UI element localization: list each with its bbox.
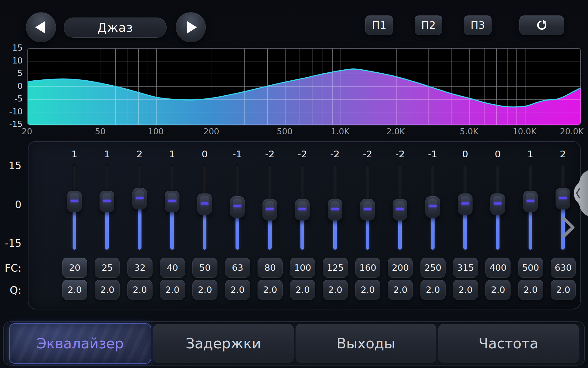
x-tick-label: 1.0K [320, 127, 360, 136]
x-tick-label: 5.0K [449, 127, 489, 136]
band-fc-button[interactable]: 200 [388, 258, 413, 278]
band-fc-button[interactable]: 20 [62, 258, 87, 278]
band-fc-button[interactable]: 50 [192, 258, 217, 278]
thumb-dash-icon [70, 200, 78, 202]
tab-outputs[interactable]: Выходы [296, 324, 436, 363]
band-slider-thumb[interactable] [295, 199, 310, 220]
band-q-button[interactable]: 2.0 [453, 280, 478, 300]
x-tick-label: 500 [265, 127, 305, 136]
band-q-button[interactable]: 2.0 [355, 280, 380, 300]
reset-button[interactable] [519, 15, 564, 35]
band-fc-button[interactable]: 100 [290, 258, 315, 278]
band-gain-label: 0 [481, 148, 514, 159]
band-q-button[interactable]: 2.0 [258, 280, 283, 300]
band-q-button[interactable]: 2.0 [290, 280, 315, 300]
thumb-grip [330, 201, 340, 217]
preset-slot-button-2[interactable]: П2 [415, 15, 442, 35]
x-tick-label: 50 [81, 127, 120, 136]
band-slider-thumb[interactable] [490, 194, 505, 215]
band-slider-thumb[interactable] [197, 194, 212, 215]
band-q-button[interactable]: 2.0 [485, 280, 511, 300]
preset-selector[interactable]: Джаз [64, 17, 167, 38]
thumb-dash-icon [494, 202, 502, 205]
preset-prev-button[interactable] [26, 12, 56, 42]
band-fc-button[interactable]: 250 [420, 258, 446, 278]
band-fc-button[interactable]: 500 [518, 258, 543, 278]
band-gain-label: -1 [417, 148, 449, 159]
band-q-button[interactable]: 2.0 [62, 280, 87, 300]
thumb-dash-icon [201, 202, 209, 205]
thumb-grip [102, 193, 111, 208]
preset-slot-button-1[interactable]: П1 [365, 15, 393, 35]
thumb-dash-icon [526, 200, 534, 202]
band-fc-button[interactable]: 32 [127, 258, 153, 278]
thumb-grip [70, 193, 79, 208]
next-bands-button[interactable] [561, 216, 576, 239]
band-q-button[interactable]: 2.0 [518, 280, 543, 300]
tab-equalizer[interactable]: Эквалайзер [9, 323, 151, 364]
eq-band-125: -2 125 2.0 [319, 142, 351, 309]
tab-frequency[interactable]: Частота [438, 324, 579, 363]
band-fc-button[interactable]: 63 [225, 258, 250, 278]
thumb-grip [265, 201, 274, 217]
band-q-button[interactable]: 2.0 [388, 280, 413, 300]
preset-name-label: Джаз [97, 21, 133, 35]
band-slider-thumb[interactable] [100, 191, 114, 212]
band-q-button[interactable]: 2.0 [420, 280, 446, 300]
band-fc-button[interactable]: 80 [258, 258, 283, 278]
x-tick-label: 20 [7, 127, 47, 136]
q-row-label: Q: [0, 284, 21, 296]
thumb-grip [493, 196, 502, 211]
band-slider-thumb[interactable] [165, 191, 179, 212]
band-fc-button[interactable]: 25 [95, 258, 120, 278]
band-q-button[interactable]: 2.0 [551, 280, 576, 300]
preset-slot-button-3[interactable]: П3 [464, 15, 492, 35]
y-tick-label: 15 [2, 43, 23, 52]
band-fc-button[interactable]: 160 [355, 258, 380, 278]
side-drawer-handle[interactable] [570, 170, 588, 216]
thumb-dash-icon [233, 205, 241, 207]
band-q-button[interactable]: 2.0 [160, 280, 185, 300]
band-q-button[interactable]: 2.0 [323, 280, 348, 300]
band-fc-button[interactable]: 630 [551, 258, 576, 278]
band-fc-button[interactable]: 315 [453, 258, 478, 278]
band-gain-label: 1 [514, 148, 547, 159]
eq-band-160: -2 160 2.0 [351, 142, 384, 309]
band-slider-thumb[interactable] [132, 188, 147, 209]
band-q-button[interactable]: 2.0 [127, 280, 153, 300]
band-slider-thumb[interactable] [230, 196, 245, 218]
band-slider-thumb[interactable] [262, 199, 277, 220]
band-slider-thumb[interactable] [328, 199, 342, 220]
thumb-dash-icon [461, 202, 469, 205]
band-gain-label: -2 [351, 148, 384, 159]
band-gain-label: -2 [384, 148, 416, 159]
band-slider-thumb[interactable] [425, 196, 440, 218]
eq-band-40: 1 40 2.0 [156, 142, 188, 309]
thumb-grip [135, 190, 144, 205]
band-slider-thumb[interactable] [360, 199, 375, 220]
eq-band-250: -1 250 2.0 [417, 142, 449, 309]
refresh-arrow-icon [536, 19, 548, 31]
y-tick-label: 10 [2, 56, 23, 65]
band-slider-thumb[interactable] [393, 199, 407, 220]
band-slider-thumb[interactable] [458, 194, 473, 215]
band-q-button[interactable]: 2.0 [95, 280, 120, 300]
preset-next-button[interactable] [176, 12, 206, 42]
band-fc-button[interactable]: 40 [160, 258, 185, 278]
band-gain-label: 0 [188, 148, 221, 159]
thumb-grip [363, 201, 372, 217]
band-slider-thumb[interactable] [67, 191, 82, 212]
thumb-grip [168, 193, 177, 208]
band-slider-thumb[interactable] [556, 188, 570, 209]
y-tick-label: 5 [2, 69, 23, 78]
band-q-button[interactable]: 2.0 [225, 280, 250, 300]
band-gain-label: -2 [254, 148, 286, 159]
thumb-dash-icon [559, 197, 567, 199]
band-fc-button[interactable]: 125 [323, 258, 348, 278]
band-slider-thumb[interactable] [523, 191, 538, 212]
band-fc-button[interactable]: 400 [485, 258, 511, 278]
thumb-dash-icon [266, 208, 274, 210]
x-tick-label: 200 [191, 127, 231, 136]
tab-delays[interactable]: Задержки [153, 324, 294, 363]
band-q-button[interactable]: 2.0 [192, 280, 217, 300]
